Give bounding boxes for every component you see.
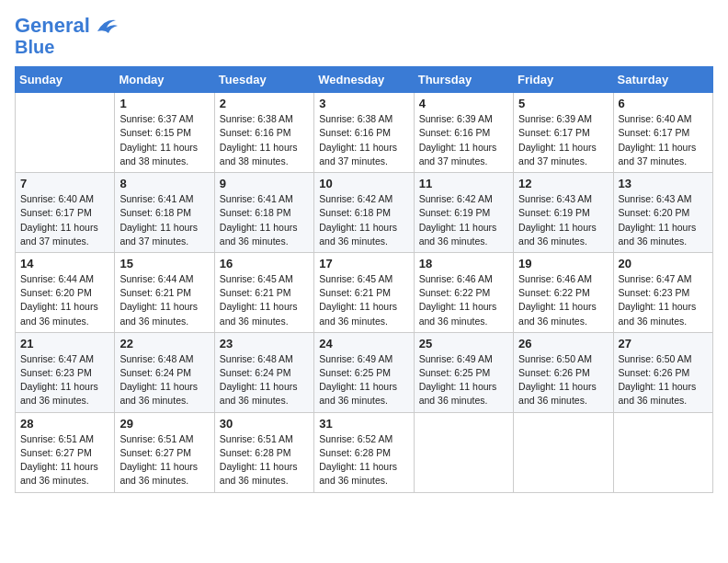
calendar-cell: 9Sunrise: 6:41 AMSunset: 6:18 PMDaylight… xyxy=(214,173,313,253)
calendar-week-row: 7Sunrise: 6:40 AMSunset: 6:17 PMDaylight… xyxy=(16,173,713,253)
calendar-cell: 2Sunrise: 6:38 AMSunset: 6:16 PMDaylight… xyxy=(214,93,313,173)
calendar-cell: 24Sunrise: 6:49 AMSunset: 6:25 PMDayligh… xyxy=(314,332,414,412)
day-number: 3 xyxy=(319,97,408,110)
day-number: 20 xyxy=(619,257,708,270)
calendar-cell: 26Sunrise: 6:50 AMSunset: 6:26 PMDayligh… xyxy=(514,332,613,412)
day-info: Sunrise: 6:45 AMSunset: 6:21 PMDaylight:… xyxy=(220,272,309,328)
day-number: 15 xyxy=(119,257,209,270)
calendar-cell: 11Sunrise: 6:42 AMSunset: 6:19 PMDayligh… xyxy=(414,173,513,253)
day-number: 29 xyxy=(119,417,209,431)
day-info: Sunrise: 6:46 AMSunset: 6:22 PMDaylight:… xyxy=(419,272,508,328)
header-thursday: Thursday xyxy=(414,67,513,93)
calendar-cell: 13Sunrise: 6:43 AMSunset: 6:20 PMDayligh… xyxy=(613,173,712,253)
day-number: 16 xyxy=(220,257,309,270)
day-info: Sunrise: 6:42 AMSunset: 6:19 PMDaylight:… xyxy=(419,192,508,248)
day-info: Sunrise: 6:43 AMSunset: 6:19 PMDaylight:… xyxy=(518,192,608,248)
header-wednesday: Wednesday xyxy=(314,67,414,93)
day-number: 19 xyxy=(518,257,608,270)
calendar-header-row: SundayMondayTuesdayWednesdayThursdayFrid… xyxy=(16,67,713,93)
calendar-cell: 7Sunrise: 6:40 AMSunset: 6:17 PMDaylight… xyxy=(16,173,115,253)
day-info: Sunrise: 6:44 AMSunset: 6:21 PMDaylight:… xyxy=(119,272,209,328)
calendar-cell: 19Sunrise: 6:46 AMSunset: 6:22 PMDayligh… xyxy=(514,252,613,332)
day-number: 27 xyxy=(619,337,708,350)
day-info: Sunrise: 6:38 AMSunset: 6:16 PMDaylight:… xyxy=(220,112,309,168)
calendar-cell xyxy=(613,412,712,492)
calendar-cell: 10Sunrise: 6:42 AMSunset: 6:18 PMDayligh… xyxy=(314,173,414,253)
calendar-cell: 17Sunrise: 6:45 AMSunset: 6:21 PMDayligh… xyxy=(314,252,414,332)
day-info: Sunrise: 6:39 AMSunset: 6:17 PMDaylight:… xyxy=(518,112,608,168)
day-number: 14 xyxy=(20,257,109,270)
day-number: 7 xyxy=(20,177,109,190)
calendar-cell: 3Sunrise: 6:38 AMSunset: 6:16 PMDaylight… xyxy=(314,93,414,173)
day-number: 18 xyxy=(419,257,508,270)
calendar-cell: 4Sunrise: 6:39 AMSunset: 6:16 PMDaylight… xyxy=(414,93,513,173)
logo-text: General xyxy=(15,15,90,37)
day-info: Sunrise: 6:43 AMSunset: 6:20 PMDaylight:… xyxy=(619,192,708,248)
day-number: 2 xyxy=(220,97,309,110)
calendar-week-row: 28Sunrise: 6:51 AMSunset: 6:27 PMDayligh… xyxy=(16,412,713,492)
day-info: Sunrise: 6:52 AMSunset: 6:28 PMDaylight:… xyxy=(319,432,408,488)
day-info: Sunrise: 6:51 AMSunset: 6:27 PMDaylight:… xyxy=(119,432,209,488)
day-info: Sunrise: 6:40 AMSunset: 6:17 PMDaylight:… xyxy=(20,192,109,248)
calendar-cell: 1Sunrise: 6:37 AMSunset: 6:15 PMDaylight… xyxy=(115,93,214,173)
calendar-week-row: 21Sunrise: 6:47 AMSunset: 6:23 PMDayligh… xyxy=(16,332,713,412)
day-info: Sunrise: 6:37 AMSunset: 6:15 PMDaylight:… xyxy=(119,112,209,168)
day-info: Sunrise: 6:39 AMSunset: 6:16 PMDaylight:… xyxy=(419,112,508,168)
header-friday: Friday xyxy=(514,67,613,93)
calendar-cell: 23Sunrise: 6:48 AMSunset: 6:24 PMDayligh… xyxy=(214,332,313,412)
calendar-cell: 12Sunrise: 6:43 AMSunset: 6:19 PMDayligh… xyxy=(514,173,613,253)
day-info: Sunrise: 6:50 AMSunset: 6:26 PMDaylight:… xyxy=(619,352,708,408)
day-info: Sunrise: 6:49 AMSunset: 6:25 PMDaylight:… xyxy=(419,352,508,408)
header-monday: Monday xyxy=(115,67,214,93)
header-saturday: Saturday xyxy=(613,67,712,93)
day-number: 1 xyxy=(119,97,209,110)
day-info: Sunrise: 6:51 AMSunset: 6:27 PMDaylight:… xyxy=(20,432,109,488)
day-info: Sunrise: 6:48 AMSunset: 6:24 PMDaylight:… xyxy=(119,352,209,408)
calendar-week-row: 1Sunrise: 6:37 AMSunset: 6:15 PMDaylight… xyxy=(16,93,713,173)
calendar-cell: 28Sunrise: 6:51 AMSunset: 6:27 PMDayligh… xyxy=(16,412,115,492)
calendar-cell: 22Sunrise: 6:48 AMSunset: 6:24 PMDayligh… xyxy=(115,332,214,412)
day-info: Sunrise: 6:47 AMSunset: 6:23 PMDaylight:… xyxy=(20,352,109,408)
day-info: Sunrise: 6:46 AMSunset: 6:22 PMDaylight:… xyxy=(518,272,608,328)
day-info: Sunrise: 6:41 AMSunset: 6:18 PMDaylight:… xyxy=(220,192,309,248)
logo-bird-icon xyxy=(92,15,118,37)
calendar-cell: 15Sunrise: 6:44 AMSunset: 6:21 PMDayligh… xyxy=(115,252,214,332)
day-info: Sunrise: 6:47 AMSunset: 6:23 PMDaylight:… xyxy=(619,272,708,328)
header-tuesday: Tuesday xyxy=(214,67,313,93)
calendar-table: SundayMondayTuesdayWednesdayThursdayFrid… xyxy=(15,66,713,492)
day-number: 5 xyxy=(518,97,608,110)
day-number: 28 xyxy=(20,417,109,431)
day-info: Sunrise: 6:40 AMSunset: 6:17 PMDaylight:… xyxy=(619,112,708,168)
day-number: 21 xyxy=(20,337,109,350)
day-number: 23 xyxy=(220,337,309,350)
calendar-cell: 25Sunrise: 6:49 AMSunset: 6:25 PMDayligh… xyxy=(414,332,513,412)
day-number: 8 xyxy=(119,177,209,190)
calendar-cell xyxy=(514,412,613,492)
day-number: 26 xyxy=(518,337,608,350)
calendar-cell: 5Sunrise: 6:39 AMSunset: 6:17 PMDaylight… xyxy=(514,93,613,173)
calendar-cell: 14Sunrise: 6:44 AMSunset: 6:20 PMDayligh… xyxy=(16,252,115,332)
day-number: 9 xyxy=(220,177,309,190)
day-number: 30 xyxy=(220,417,309,431)
header-sunday: Sunday xyxy=(16,67,115,93)
calendar-cell: 16Sunrise: 6:45 AMSunset: 6:21 PMDayligh… xyxy=(214,252,313,332)
day-info: Sunrise: 6:51 AMSunset: 6:28 PMDaylight:… xyxy=(220,432,309,488)
day-number: 6 xyxy=(619,97,708,110)
calendar-cell xyxy=(414,412,513,492)
calendar-cell xyxy=(16,93,115,173)
calendar-cell: 29Sunrise: 6:51 AMSunset: 6:27 PMDayligh… xyxy=(115,412,214,492)
calendar-cell: 31Sunrise: 6:52 AMSunset: 6:28 PMDayligh… xyxy=(314,412,414,492)
day-number: 17 xyxy=(319,257,408,270)
day-info: Sunrise: 6:50 AMSunset: 6:26 PMDaylight:… xyxy=(518,352,608,408)
day-number: 22 xyxy=(119,337,209,350)
calendar-cell: 30Sunrise: 6:51 AMSunset: 6:28 PMDayligh… xyxy=(214,412,313,492)
logo-blue: Blue xyxy=(15,37,118,57)
day-info: Sunrise: 6:44 AMSunset: 6:20 PMDaylight:… xyxy=(20,272,109,328)
day-number: 31 xyxy=(319,417,408,431)
page-header: General Blue xyxy=(15,15,713,57)
calendar-cell: 27Sunrise: 6:50 AMSunset: 6:26 PMDayligh… xyxy=(613,332,712,412)
day-number: 11 xyxy=(419,177,508,190)
day-number: 24 xyxy=(319,337,408,350)
calendar-cell: 6Sunrise: 6:40 AMSunset: 6:17 PMDaylight… xyxy=(613,93,712,173)
calendar-cell: 21Sunrise: 6:47 AMSunset: 6:23 PMDayligh… xyxy=(16,332,115,412)
